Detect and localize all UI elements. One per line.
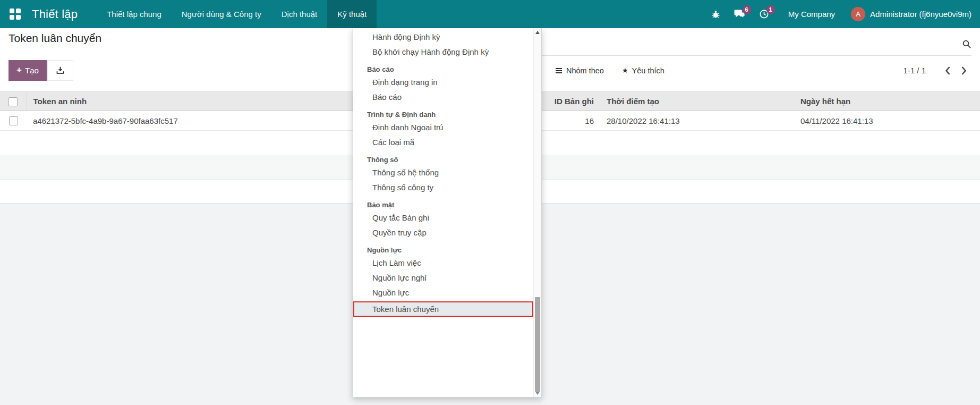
- select-all-cell: [0, 92, 27, 111]
- scrollbar-thumb[interactable]: [535, 297, 540, 392]
- menu-item-nguon-luc-nghi[interactable]: Nguồn lực nghỉ: [353, 271, 533, 285]
- menu-item-lich-lam-viec[interactable]: Lịch Làm việc: [353, 256, 533, 271]
- column-header-expires[interactable]: Ngày hết hạn: [794, 92, 980, 111]
- apps-menu-icon[interactable]: [8, 8, 21, 21]
- column-header-record-id[interactable]: ID Bản ghi: [536, 92, 600, 111]
- chevron-right-icon: [961, 66, 967, 75]
- chevron-left-icon: [945, 66, 951, 75]
- menu-item-bo-khoi-chay-hanh-dong-dinh-ky[interactable]: Bộ khởi chạy Hành động Định kỳ: [353, 45, 533, 60]
- bug-icon: [711, 10, 720, 19]
- menu-item-cac-loai-ma[interactable]: Các loại mã: [353, 135, 533, 150]
- scroll-up-arrow-icon[interactable]: [535, 31, 540, 34]
- menu-section-nguon-luc: Nguồn lực: [353, 240, 533, 256]
- favorites-label: Yêu thích: [632, 66, 664, 75]
- select-all-checkbox[interactable]: [8, 97, 18, 106]
- nav-item-ky-thuat[interactable]: Kỹ thuật: [327, 0, 377, 28]
- cell-created[interactable]: 28/10/2022 16:41:13: [600, 111, 794, 131]
- menu-section-bao-cao: Báo cáo: [353, 60, 533, 75]
- nav-item-dich-thuat[interactable]: Dịch thuật: [271, 0, 328, 28]
- activities-button[interactable]: 1: [759, 9, 769, 19]
- menu-item-thong-so-cong-ty[interactable]: Thông số công ty: [353, 180, 533, 195]
- pager-previous-button[interactable]: [940, 63, 956, 79]
- app-menus: Thiết lập chungNgười dùng & Công tyDịch …: [97, 0, 377, 28]
- create-button-label: Tạo: [25, 66, 39, 75]
- menu-item-hanh-dong-dinh-ky[interactable]: Hành động Định kỳ: [353, 30, 533, 45]
- menu-item-dinh-dang-trang-in[interactable]: Định dạng trang in: [353, 75, 533, 90]
- create-button[interactable]: + Tạo: [8, 60, 47, 81]
- pager: 1-1 / 1: [903, 60, 972, 81]
- menu-section-trinh-tu-dinh-danh: Trình tự & Định danh: [353, 105, 533, 120]
- debug-bug-icon[interactable]: [711, 10, 720, 19]
- menu-item-dinh-danh-ngoai-tru[interactable]: Định danh Ngoại trú: [353, 120, 533, 135]
- favorites-button[interactable]: ★ Yêu thích: [613, 60, 674, 81]
- filter-buttons: Nhóm theo ★ Yêu thích: [546, 60, 674, 81]
- menu-item-bao-cao[interactable]: Báo cáo: [353, 90, 533, 105]
- pager-next-button[interactable]: [956, 63, 972, 79]
- app-title[interactable]: Thiết lập: [32, 7, 78, 21]
- nav-item-thiet-lap-chung[interactable]: Thiết lập chung: [97, 0, 172, 28]
- column-header-created[interactable]: Thời điểm tạo: [600, 92, 794, 111]
- group-by-icon: [555, 68, 563, 74]
- search-bar: [467, 33, 972, 56]
- menu-section-bao-mat: Bảo mật: [353, 195, 533, 210]
- cell-record-id[interactable]: 16: [536, 111, 600, 131]
- scroll-down-arrow-icon[interactable]: [535, 392, 540, 395]
- grid-icon: [10, 9, 21, 20]
- download-icon: [56, 66, 65, 75]
- company-switcher[interactable]: My Company: [788, 10, 835, 19]
- avatar[interactable]: A: [851, 7, 865, 21]
- star-icon: ★: [622, 66, 628, 74]
- dropdown-scrollbar[interactable]: [533, 28, 541, 397]
- menu-item-nguon-luc[interactable]: Nguồn lực: [353, 285, 533, 300]
- pager-range: 1-1 / 1: [903, 66, 926, 75]
- messages-button[interactable]: 6: [734, 9, 745, 19]
- export-button[interactable]: [47, 60, 73, 81]
- nav-item-nguoi-dung-cong-ty[interactable]: Người dùng & Công ty: [172, 0, 271, 28]
- search-icon[interactable]: [962, 39, 972, 51]
- cell-expires[interactable]: 04/11/2022 16:41:13: [794, 111, 980, 131]
- topbar-right: 6 1 My Company A Administrator (fj6nyue0…: [711, 7, 980, 21]
- row-checkbox[interactable]: [9, 116, 18, 125]
- menu-item-thong-so-he-thong[interactable]: Thông số hệ thống: [353, 165, 533, 180]
- plus-icon: +: [16, 65, 22, 75]
- menu-item-quyen-truy-cap[interactable]: Quyền truy cập: [353, 225, 533, 240]
- menu-item-token-luan-chuyen[interactable]: Token luân chuyển: [353, 301, 533, 317]
- menu-section-thong-so: Thông số: [353, 150, 533, 165]
- technical-menu-list: Hành động Định kỳBộ khởi chạy Hành động …: [353, 28, 533, 397]
- technical-dropdown-menu: Hành động Định kỳBộ khởi chạy Hành động …: [353, 28, 542, 398]
- row-select-cell: [0, 111, 27, 131]
- group-by-label: Nhóm theo: [566, 66, 604, 75]
- page-title: Token luân chuyển: [8, 32, 101, 45]
- user-menu[interactable]: Administrator (fj6nyue0vi9m): [870, 10, 972, 19]
- top-navbar: Thiết lập Thiết lập chungNgười dùng & Cô…: [0, 0, 980, 28]
- activities-count-badge: 1: [766, 5, 775, 14]
- menu-item-quy-tac-ban-ghi[interactable]: Quy tắc Bản ghi: [353, 210, 533, 225]
- group-by-button[interactable]: Nhóm theo: [546, 60, 613, 81]
- messages-count-badge: 6: [743, 5, 751, 14]
